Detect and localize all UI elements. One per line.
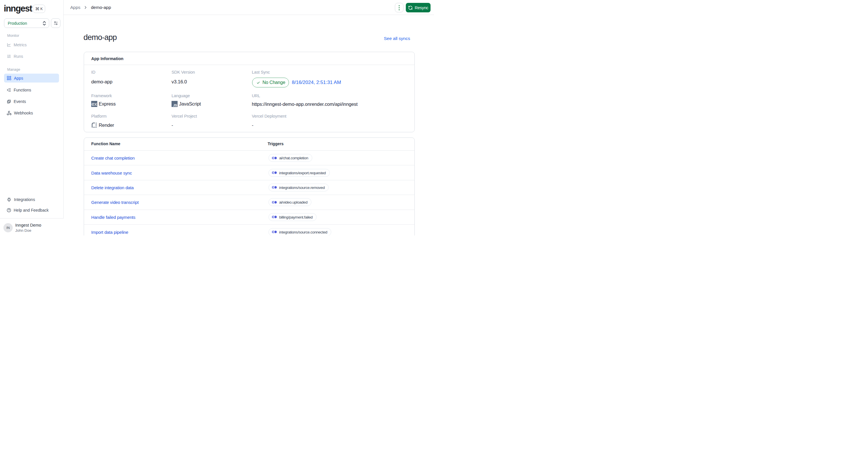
- svg-text:JS: JS: [173, 103, 177, 107]
- svg-text:ex: ex: [92, 101, 97, 107]
